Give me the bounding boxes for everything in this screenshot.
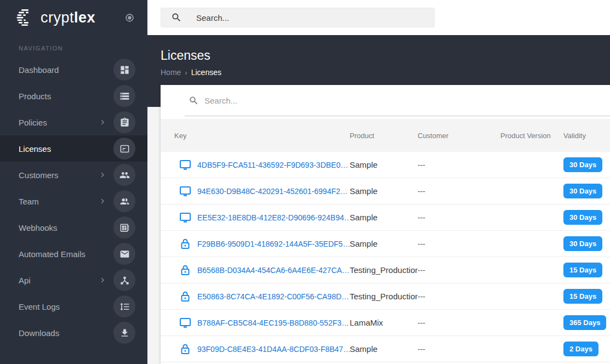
license-key-link[interactable]: E50863-8C74CA-4E1892-C00F56-CA98D… — [197, 292, 349, 301]
sidebar-item-label: Customers — [19, 170, 59, 180]
validity-badge: 30 Days — [563, 157, 602, 172]
sidenav-toggle-button[interactable] — [125, 13, 134, 22]
table-body: 4DB5F9-FCA511-436592-F9D693-3DBE0… Sampl… — [161, 152, 610, 362]
sidebar-item-label: Webhooks — [19, 223, 58, 232]
brand-wordmark: cryptlex — [41, 9, 95, 26]
team-people-icon — [119, 196, 130, 207]
breadcrumb: Home › Licenses — [161, 68, 610, 77]
customer-cell: --- — [418, 161, 500, 169]
product-cell: Sample — [350, 160, 418, 169]
product-cell: Testing_Production — [350, 292, 418, 301]
customers-people-icon — [119, 170, 130, 180]
lock-icon — [179, 237, 192, 251]
sidebar-item-dashboard[interactable]: Dashboard — [0, 56, 147, 83]
sidebar-item-label: Event Logs — [19, 302, 60, 311]
chevron-right-icon — [99, 197, 106, 205]
table-row[interactable]: E50863-8C74CA-4E1892-C00F56-CA98D… Testi… — [161, 283, 610, 310]
table-row[interactable]: F29BB6-9509D1-418692-144A5F-35EDF5… Samp… — [161, 231, 610, 257]
sidebar-item-policies[interactable]: Policies — [0, 109, 147, 135]
dashboard-icon — [119, 65, 130, 75]
chevron-right-icon — [99, 171, 106, 179]
license-key-link[interactable]: EE5E32-18E8DB-412E82-D90696-924B94… — [197, 213, 350, 222]
monitor-icon — [179, 158, 192, 172]
column-header-product-version: Product Version — [500, 132, 563, 140]
table-row[interactable]: 94E630-D9B48C-420291-452601-6994F2… Samp… — [161, 178, 610, 204]
column-header-key: Key — [161, 132, 350, 140]
validity-badge: 30 Days — [563, 184, 602, 198]
sidebar-item-label: Api — [19, 276, 31, 285]
table-row[interactable]: 93F09D-C8E4E3-41D4AA-8CDF03-F8B47… Sampl… — [161, 336, 610, 362]
breadcrumb-current: Licenses — [191, 68, 221, 77]
customer-cell: --- — [418, 240, 500, 248]
table-search-input[interactable] — [204, 96, 533, 105]
sidebar-item-products[interactable]: Products — [0, 83, 147, 109]
license-key-link[interactable]: 93F09D-C8E4E3-41D4AA-8CDF03-F8B47… — [197, 345, 350, 354]
search-icon — [189, 95, 199, 106]
column-header-customer: Customer — [418, 132, 500, 140]
sidebar-item-label: Products — [19, 92, 51, 101]
download-icon — [119, 328, 130, 338]
breadcrumb-separator-icon: › — [185, 69, 187, 77]
column-header-validity: Validity — [563, 132, 610, 140]
lock-icon — [179, 290, 192, 303]
license-key-link[interactable]: F29BB6-9509D1-418692-144A5F-35EDF5… — [197, 240, 350, 248]
sidebar-item-label: Automated Emails — [19, 249, 85, 259]
sidebar-item-label: Dashboard — [19, 65, 59, 75]
lock-icon — [179, 343, 192, 356]
validity-badge: 30 Days — [563, 236, 602, 251]
customer-cell: --- — [418, 266, 500, 275]
monitor-icon — [179, 185, 192, 198]
policies-clipboard-icon — [119, 117, 130, 128]
chevron-right-icon — [99, 118, 106, 126]
table-row[interactable]: EE5E32-18E8DB-412E82-D90696-924B94… Samp… — [161, 204, 610, 231]
main-area: Licenses Home › Licenses Key Product Cus… — [147, 0, 610, 364]
sidebar-item-event-logs[interactable]: Event Logs — [0, 293, 147, 320]
navigation-section-label: NAVIGATION — [19, 45, 147, 52]
table-search[interactable] — [185, 85, 610, 116]
sidebar-item-webhooks[interactable]: Webhooks — [0, 214, 147, 241]
global-search[interactable] — [161, 8, 435, 27]
product-cell: Sample — [350, 213, 418, 222]
cryptlex-logo-icon — [15, 8, 35, 27]
license-key-link[interactable]: B788AF-CB5C84-4EC195-B8D880-552F3… — [197, 318, 349, 327]
column-header-product: Product — [350, 132, 418, 140]
validity-badge: 15 Days — [563, 263, 602, 277]
sidebar-item-automated-emails[interactable]: Automated Emails — [0, 241, 147, 267]
customer-cell: --- — [418, 213, 500, 222]
breadcrumb-home-link[interactable]: Home — [161, 68, 181, 77]
sidebar-item-team[interactable]: Team — [0, 188, 147, 214]
table-row[interactable]: 4DB5F9-FCA511-436592-F9D693-3DBE0… Sampl… — [161, 152, 610, 178]
customer-cell: --- — [418, 345, 500, 354]
lock-icon — [179, 264, 192, 277]
sidebar-item-label: Team — [19, 197, 39, 206]
record-icon — [125, 13, 134, 22]
table-header-row: Key Product Customer Product Version Val… — [161, 119, 610, 152]
table-row[interactable]: B788AF-CB5C84-4EC195-B8D880-552F3… LamaM… — [161, 310, 610, 336]
validity-badge: 15 Days — [563, 289, 602, 304]
sidebar-item-customers[interactable]: Customers — [0, 162, 147, 188]
product-cell: Testing_Production — [350, 265, 418, 275]
event-logs-icon — [119, 302, 130, 312]
license-key-link[interactable]: 94E630-D9B48C-420291-452601-6994F2… — [197, 187, 348, 196]
product-cell: Sample — [350, 186, 418, 196]
table-row[interactable]: B6568B-D034A4-454CA6-6A4E6E-427CA… Testi… — [161, 257, 610, 283]
chevron-right-icon — [99, 276, 106, 284]
sidebar-item-label: Licenses — [19, 144, 51, 153]
top-toolbar — [147, 0, 610, 35]
license-key-link[interactable]: 4DB5F9-FCA511-436592-F9D693-3DBE0… — [197, 161, 348, 169]
brand-light: crypt — [41, 9, 74, 26]
global-search-input[interactable] — [196, 13, 426, 22]
sidebar-item-licenses[interactable]: Licenses — [0, 135, 147, 162]
sidebar-header: cryptlex — [0, 0, 147, 35]
customer-cell: --- — [418, 187, 500, 196]
license-key-link[interactable]: B6568B-D034A4-454CA6-6A4E6E-427CA… — [197, 266, 350, 275]
licenses-card: Key Product Customer Product Version Val… — [161, 85, 610, 364]
products-list-icon — [119, 91, 130, 101]
email-icon — [119, 249, 130, 259]
product-cell: Sample — [350, 344, 418, 354]
sidebar-item-api[interactable]: Api — [0, 267, 147, 293]
sidebar-item-downloads[interactable]: Downloads — [0, 320, 147, 346]
validity-badge: 365 Days — [563, 315, 606, 330]
validity-badge: 2 Days — [563, 342, 598, 356]
monitor-icon — [179, 211, 192, 224]
